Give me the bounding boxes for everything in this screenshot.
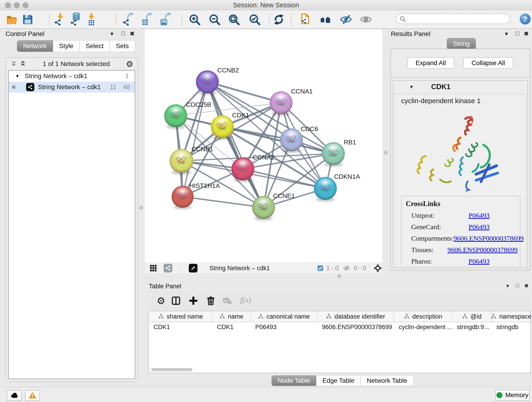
node-CCNB1[interactable] <box>170 149 193 175</box>
horizontal-scrollbar[interactable] <box>151 368 192 371</box>
crosslink-link-uniprot[interactable]: P06493 <box>469 211 490 219</box>
tab-network[interactable]: Network <box>17 40 53 52</box>
zoom-in-button[interactable] <box>187 12 202 27</box>
table-settings-gear-icon[interactable]: ⚙ <box>157 295 165 306</box>
cloud-status-button[interactable] <box>7 390 22 401</box>
zoom-out-button[interactable] <box>207 12 222 27</box>
control-panel-close-button[interactable]: ✖ <box>130 30 135 37</box>
global-search[interactable] <box>396 13 510 24</box>
edge-HIST1H1A-CCNE1[interactable] <box>183 197 264 207</box>
cell-namespace[interactable]: stringdb <box>492 324 530 331</box>
cell-shared-name[interactable]: CDK1 <box>149 324 212 331</box>
crosslink-link-compartments[interactable]: 9606.ENSP00000378699 <box>454 235 524 242</box>
show-columns-button[interactable] <box>171 295 181 306</box>
apply-layout-button[interactable] <box>271 12 286 27</box>
first-neighbors-button[interactable] <box>318 12 333 27</box>
tab-node-table[interactable]: Node Table <box>272 375 316 386</box>
hidden-eye-slash-icon[interactable] <box>343 264 350 272</box>
protein-section-header[interactable]: ▼ CDK1 <box>393 81 527 93</box>
zoom-selected-button[interactable] <box>247 12 262 27</box>
column-header-shared-name[interactable]: shared name <box>149 311 212 322</box>
new-network-from-selection-button[interactable] <box>298 12 312 27</box>
left-splitter-handle[interactable] <box>139 206 143 210</box>
tab-sets[interactable]: Sets <box>110 40 135 52</box>
birds-eye-view-button[interactable] <box>149 264 157 272</box>
results-panel-float-button[interactable]: ▾ <box>505 30 508 37</box>
column-header-name[interactable]: name <box>212 311 251 322</box>
crosslink-label: Uniprot: <box>411 211 469 219</box>
column-header-description[interactable]: description <box>394 311 452 322</box>
edge-CCNA2-CDKN1A[interactable] <box>243 169 325 188</box>
network-canvas[interactable]: CCNB2CCNA1CDC25BCDK1CDC6RB1CCNB1CCNA2CDK… <box>145 29 382 263</box>
tab-string[interactable]: String <box>447 38 476 50</box>
table-panel-close-button[interactable]: ✖ <box>524 283 529 289</box>
delete-column-button[interactable] <box>205 295 216 306</box>
help-button[interactable]: ? <box>520 13 531 25</box>
collapse-all-networks-icon[interactable] <box>19 60 27 68</box>
network-collection-row[interactable]: ▼ String Network – cdk1 1 <box>9 70 135 82</box>
tree-expander-icon[interactable]: ▼ <box>15 74 20 79</box>
column-header-id[interactable]: @id <box>452 311 492 322</box>
section-expander-icon[interactable]: ▼ <box>409 84 414 89</box>
crosslink-label: GeneCard: <box>411 223 469 231</box>
control-panel-float-button[interactable]: ▾ <box>110 30 114 37</box>
tab-network-table[interactable]: Network Table <box>361 375 413 386</box>
node-CDC25B[interactable] <box>164 104 187 129</box>
open-session-button[interactable] <box>5 12 20 27</box>
node-CCNA1[interactable] <box>270 91 293 116</box>
selected-checkbox-icon[interactable] <box>317 264 323 272</box>
tab-edge-table[interactable]: Edge Table <box>316 375 361 386</box>
node-RB1[interactable] <box>322 142 345 167</box>
crosslink-link-genecard[interactable]: P06493 <box>469 223 490 231</box>
right-splitter-handle[interactable] <box>384 151 388 154</box>
table-panel-maximize-button[interactable]: □ <box>516 282 519 288</box>
crosslink-link-tissues[interactable]: 9606.ENSP00000378699 <box>447 246 518 254</box>
table-panel-title: Table Panel <box>149 283 181 290</box>
show-all-button[interactable] <box>358 12 374 27</box>
delete-table-button[interactable] <box>222 295 233 306</box>
search-input[interactable] <box>408 15 507 23</box>
import-table-file-button[interactable] <box>84 12 99 27</box>
function-builder-button[interactable]: f(x) <box>240 296 251 304</box>
node-CDC6[interactable] <box>280 128 303 153</box>
expand-all-button[interactable]: Expand All <box>407 57 454 69</box>
open-in-window-button[interactable] <box>189 264 197 272</box>
hide-selected-button[interactable] <box>338 12 354 27</box>
results-panel-maximize-button[interactable]: □ <box>515 30 519 37</box>
results-panel-close-button[interactable]: ✖ <box>524 30 529 37</box>
import-network-database-button[interactable] <box>68 12 83 27</box>
warnings-button[interactable] <box>25 390 40 401</box>
edge-CCNB2-HIST1H1A[interactable] <box>183 82 207 197</box>
cell-id[interactable]: stringdb:9... <box>452 324 492 331</box>
column-header-namespace[interactable]: namespace <box>492 311 530 322</box>
import-network-file-button[interactable] <box>53 12 68 27</box>
horizontal-splitter-handle[interactable] <box>337 274 341 278</box>
crosslink-link-pharos[interactable]: P06493 <box>469 257 490 265</box>
node-CDKN1A[interactable] <box>314 177 337 202</box>
memory-button[interactable]: Memory <box>495 390 530 401</box>
column-header-database-identifier[interactable]: database identifier <box>317 311 394 322</box>
cell-canonical-name[interactable]: P06493 <box>251 324 317 331</box>
column-header-canonical-name[interactable]: canonical name <box>251 311 317 322</box>
export-table-button[interactable] <box>140 12 155 27</box>
control-panel-maximize-button[interactable]: □ <box>121 30 125 37</box>
export-image-button[interactable] <box>158 12 174 27</box>
table-panel-float-button[interactable]: ▾ <box>506 283 509 289</box>
zoom-fit-button[interactable] <box>226 12 241 27</box>
table-row[interactable]: CDK1 CDK1 P06493 9606.ENSP00000378699 cy… <box>149 322 530 332</box>
network-row-selected[interactable]: String Network – cdk1 11 48 <box>9 82 135 93</box>
cell-name[interactable]: CDK1 <box>212 324 251 331</box>
network-options-gear-icon[interactable]: ⚙ <box>126 59 133 69</box>
export-network-button[interactable] <box>121 12 136 27</box>
fit-content-button[interactable] <box>374 264 382 272</box>
tab-style[interactable]: Style <box>53 40 80 52</box>
node-CCNE1[interactable] <box>252 196 275 221</box>
expand-all-networks-icon[interactable] <box>10 60 17 68</box>
network-overview-toggle[interactable] <box>164 264 172 272</box>
create-column-button[interactable] <box>188 295 199 306</box>
save-session-button[interactable] <box>20 12 35 27</box>
tab-select[interactable]: Select <box>80 40 110 52</box>
collapse-all-button[interactable]: Collapse All <box>463 57 513 69</box>
cell-description[interactable]: cyclin-dependent ... <box>394 324 452 331</box>
cell-database-identifier[interactable]: 9606.ENSP00000378699 <box>317 324 394 331</box>
